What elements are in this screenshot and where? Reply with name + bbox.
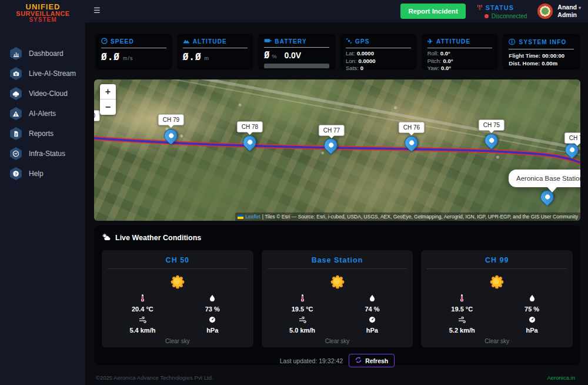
sidebar-item-infra-status[interactable]: Infra-Status [0, 144, 85, 164]
speedometer-icon [101, 38, 108, 45]
help-icon: ? [9, 167, 22, 180]
altitude-unit: m [205, 55, 210, 61]
condition-text: Clear sky [427, 338, 567, 344]
sidebar-item-help[interactable]: ? Help [0, 164, 85, 184]
sidebar: Dashboard Live-AI-Stream Video-Cloud AI-… [0, 0, 85, 385]
sidebar-item-ai-alerts[interactable]: AI-Alerts [0, 104, 85, 124]
marker-tooltip: CH 75 [479, 120, 505, 131]
sidebar-item-live-ai-stream[interactable]: Live-AI-Stream [0, 64, 85, 84]
sidebar-item-label: Help [29, 170, 44, 178]
wind-cell: 5.2 km/h [427, 315, 497, 334]
gauge-small-icon [369, 315, 376, 325]
main-content: SPEED Ø.Øm/s ALTITUDE Ø.Øm BATTERY Ø % [85, 22, 588, 385]
cloud-icon [9, 87, 22, 100]
wind-icon [299, 315, 306, 325]
speed-value: Ø.Ø [101, 51, 120, 62]
wind-icon [458, 315, 466, 325]
attitude-pitch-row: Pitch:0.0° [427, 58, 493, 65]
antenna-icon [476, 4, 483, 12]
menu-toggle-icon[interactable]: ☰ [93, 6, 101, 15]
battery-bar [264, 64, 329, 68]
speed-unit: m/s [123, 55, 133, 61]
humidity-cell: 74 % [338, 294, 407, 313]
avatar[interactable] [537, 4, 553, 19]
station-name: Base Station [268, 256, 407, 269]
marker-tooltip: CH 78 [237, 121, 263, 132]
wind-cell: 5.0 km/h [268, 315, 338, 334]
altitude-card: ALTITUDE Ø.Øm [177, 34, 254, 70]
attribution-text: | Tiles © Esri — Source: Esri, i-cubed, … [262, 214, 578, 220]
attitude-card: ✈ ATTITUDE Roll:0.0° Pitch:0.0° Yaw:0.0° [422, 34, 499, 70]
user-role: Admin [557, 11, 581, 19]
telemetry-row: SPEED Ø.Øm/s ALTITUDE Ø.Øm BATTERY Ø % [95, 34, 580, 70]
plane-icon: ✈ [427, 38, 433, 45]
attitude-yaw-row: Yaw:0.0° [427, 65, 493, 70]
footer: ©2025 Aeronica Advance Technologies Pvt … [85, 370, 588, 385]
weather-panel: Live Weather Conditions CH 50 [94, 225, 580, 365]
thermometer-icon [140, 294, 145, 304]
droplet-icon [209, 294, 215, 304]
user-name: Anand [557, 4, 577, 11]
top-header: UNIFIED SURVEILLANCE SYSTEM ☰ Report Inc… [0, 0, 588, 22]
user-menu[interactable]: Anand▾ Admin [537, 4, 581, 19]
sidebar-item-label: Reports [29, 130, 54, 138]
marker-tooltip: CH 76 [399, 122, 425, 133]
gps-card: GPS Lat:0.0000 Lon:0.0000 Sats:0 [340, 34, 417, 70]
altitude-label: ALTITUDE [193, 38, 227, 45]
battery-card: BATTERY Ø % 0.0V [258, 34, 335, 70]
copyright-text: ©2025 Aeronica Advance Technologies Pvt … [96, 374, 213, 381]
condition-text: Clear sky [108, 338, 248, 344]
dist-home-row: Dist. Home:0.00m [509, 60, 574, 68]
flight-time-row: Flight Time:00:00:00 [509, 52, 574, 60]
attitude-label: ATTITUDE [436, 38, 470, 45]
station-name: CH 99 [427, 256, 567, 269]
sidebar-item-dashboard[interactable]: Dashboard [0, 44, 85, 64]
status-value: Disconnected [492, 13, 527, 19]
status-dot-icon [485, 14, 489, 18]
alert-icon [9, 107, 22, 120]
system-info-card: ⓘ SYSTEM INFO Flight Time:00:00:00 Dist.… [503, 34, 580, 70]
marker-tooltip: CH 74 [564, 132, 580, 144]
marker-tooltip: CH 80 [94, 110, 100, 121]
base-station-popup: Aeronica Base Station × [509, 170, 580, 187]
report-incident-button[interactable]: Report Incident [400, 4, 465, 19]
sidebar-item-label: AI-Alerts [29, 109, 56, 118]
sidebar-item-reports[interactable]: Reports [0, 124, 85, 144]
gps-label: GPS [355, 38, 370, 45]
app-logo: UNIFIED SURVEILLANCE SYSTEM [11, 3, 75, 23]
gps-lon-row: Lon:0.0000 [346, 58, 411, 65]
mountain-icon [183, 38, 190, 45]
battery-label: BATTERY [275, 38, 307, 45]
sidebar-item-video-cloud[interactable]: Video-Cloud [0, 84, 85, 104]
connection-status: STATUS Disconnected [476, 4, 527, 19]
chevron-down-icon: ▾ [579, 5, 581, 11]
gauge-icon [9, 147, 22, 160]
droplet-icon [369, 294, 375, 304]
sidebar-item-label: Infra-Status [29, 150, 65, 158]
sun-icon [427, 273, 567, 291]
pressure-cell: hPa [497, 315, 567, 334]
svg-text:?: ? [15, 171, 18, 177]
map-panel[interactable]: + − CH 80 CH 79 CH 78 CH 77 CH 76 CH 75 … [94, 79, 580, 221]
thermometer-icon [300, 294, 305, 304]
wind-cell: 5.4 km/h [108, 315, 178, 334]
zoom-in-button[interactable]: + [100, 84, 116, 99]
gauge-small-icon [209, 315, 216, 325]
droplet-icon [529, 294, 535, 304]
system-info-label: SYSTEM INFO [519, 39, 567, 45]
satellite-icon [346, 38, 352, 45]
footer-link[interactable]: Aeronica.in [547, 374, 575, 381]
ukraine-flag-icon [238, 215, 243, 219]
refresh-label: Refresh [365, 357, 388, 364]
refresh-button[interactable]: Refresh [349, 354, 395, 367]
zoom-out-button[interactable]: − [100, 99, 116, 115]
weather-title: Live Weather Conditions [115, 234, 201, 242]
condition-text: Clear sky [268, 338, 407, 344]
gps-lat-row: Lat:0.0000 [346, 50, 411, 58]
popup-title: Aeronica Base Station [516, 175, 580, 182]
leaflet-link[interactable]: Leaflet [245, 214, 260, 220]
marker-tooltip: CH 79 [158, 114, 184, 125]
report-icon [9, 127, 22, 140]
pressure-cell: hPa [178, 315, 248, 334]
weather-card-base-station: Base Station 19.5 °C [262, 250, 413, 347]
